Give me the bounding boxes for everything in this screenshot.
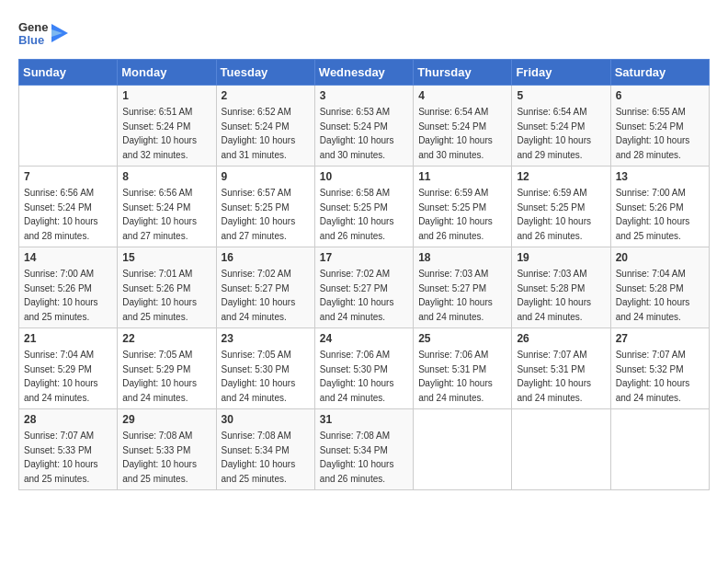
- day-number: 7: [24, 170, 112, 183]
- day-number: 31: [320, 413, 408, 426]
- week-row-2: 14Sunrise: 7:00 AMSunset: 5:26 PMDayligh…: [19, 247, 710, 328]
- day-info: Sunrise: 6:52 AMSunset: 5:24 PMDaylight:…: [222, 105, 310, 162]
- header-day-sunday: Sunday: [19, 60, 118, 86]
- header-day-thursday: Thursday: [414, 60, 512, 86]
- day-number: 2: [222, 89, 310, 102]
- day-info: Sunrise: 7:02 AMSunset: 5:27 PMDaylight:…: [222, 267, 310, 324]
- calendar-cell: [414, 409, 512, 490]
- header-day-tuesday: Tuesday: [216, 60, 314, 86]
- week-row-4: 28Sunrise: 7:07 AMSunset: 5:33 PMDayligh…: [19, 409, 710, 490]
- day-info: Sunrise: 6:59 AMSunset: 5:25 PMDaylight:…: [418, 186, 506, 243]
- header-row: SundayMondayTuesdayWednesdayThursdayFrid…: [19, 60, 710, 86]
- day-number: 1: [122, 89, 210, 102]
- day-info: Sunrise: 7:04 AMSunset: 5:29 PMDaylight:…: [24, 348, 112, 405]
- page: General Blue SundayMondayTuesdayWednesda…: [0, 0, 728, 563]
- calendar-cell: 26Sunrise: 7:07 AMSunset: 5:31 PMDayligh…: [512, 328, 610, 409]
- day-info: Sunrise: 7:03 AMSunset: 5:27 PMDaylight:…: [418, 267, 506, 324]
- day-number: 12: [517, 170, 605, 183]
- calendar-cell: 25Sunrise: 7:06 AMSunset: 5:31 PMDayligh…: [414, 328, 512, 409]
- day-number: 29: [122, 413, 210, 426]
- day-number: 16: [222, 251, 310, 264]
- day-info: Sunrise: 6:57 AMSunset: 5:25 PMDaylight:…: [222, 186, 310, 243]
- day-number: 24: [320, 332, 408, 345]
- calendar-cell: 7Sunrise: 6:56 AMSunset: 5:24 PMDaylight…: [19, 167, 118, 247]
- day-number: 23: [222, 332, 310, 345]
- day-number: 19: [517, 251, 605, 264]
- header-day-monday: Monday: [118, 60, 216, 86]
- day-number: 21: [24, 332, 112, 345]
- calendar-cell: 2Sunrise: 6:52 AMSunset: 5:24 PMDaylight…: [216, 86, 314, 167]
- logo-svg: General Blue: [18, 17, 48, 50]
- day-info: Sunrise: 7:07 AMSunset: 5:33 PMDaylight:…: [24, 429, 112, 486]
- calendar-header: SundayMondayTuesdayWednesdayThursdayFrid…: [19, 60, 710, 86]
- day-number: 10: [320, 170, 408, 183]
- logo: General Blue: [18, 17, 68, 50]
- calendar-cell: 18Sunrise: 7:03 AMSunset: 5:27 PMDayligh…: [414, 247, 512, 328]
- calendar-cell: [19, 86, 118, 167]
- day-info: Sunrise: 7:07 AMSunset: 5:32 PMDaylight:…: [616, 348, 704, 405]
- day-number: 9: [222, 170, 310, 183]
- week-row-3: 21Sunrise: 7:04 AMSunset: 5:29 PMDayligh…: [19, 328, 710, 409]
- calendar-cell: 20Sunrise: 7:04 AMSunset: 5:28 PMDayligh…: [610, 247, 709, 328]
- day-number: 18: [418, 251, 506, 264]
- day-info: Sunrise: 6:53 AMSunset: 5:24 PMDaylight:…: [320, 105, 408, 162]
- calendar-cell: 31Sunrise: 7:08 AMSunset: 5:34 PMDayligh…: [314, 409, 413, 490]
- day-number: 15: [122, 251, 210, 264]
- day-info: Sunrise: 7:08 AMSunset: 5:34 PMDaylight:…: [222, 429, 310, 486]
- calendar-cell: 3Sunrise: 6:53 AMSunset: 5:24 PMDaylight…: [314, 86, 413, 167]
- calendar-cell: [610, 409, 709, 490]
- calendar-cell: 28Sunrise: 7:07 AMSunset: 5:33 PMDayligh…: [19, 409, 118, 490]
- week-row-0: 1Sunrise: 6:51 AMSunset: 5:24 PMDaylight…: [19, 86, 710, 167]
- day-number: 17: [320, 251, 408, 264]
- day-info: Sunrise: 6:51 AMSunset: 5:24 PMDaylight:…: [122, 105, 210, 162]
- day-number: 5: [517, 89, 605, 102]
- day-info: Sunrise: 7:02 AMSunset: 5:27 PMDaylight:…: [320, 267, 408, 324]
- day-number: 27: [616, 332, 704, 345]
- header-day-friday: Friday: [512, 60, 610, 86]
- day-number: 3: [320, 89, 408, 102]
- day-info: Sunrise: 6:56 AMSunset: 5:24 PMDaylight:…: [24, 186, 112, 243]
- calendar-cell: 9Sunrise: 6:57 AMSunset: 5:25 PMDaylight…: [216, 167, 314, 247]
- calendar-cell: 1Sunrise: 6:51 AMSunset: 5:24 PMDaylight…: [118, 86, 216, 167]
- day-info: Sunrise: 6:59 AMSunset: 5:25 PMDaylight:…: [517, 186, 605, 243]
- day-number: 11: [418, 170, 506, 183]
- day-number: 8: [122, 170, 210, 183]
- calendar-cell: 15Sunrise: 7:01 AMSunset: 5:26 PMDayligh…: [118, 247, 216, 328]
- calendar-cell: 19Sunrise: 7:03 AMSunset: 5:28 PMDayligh…: [512, 247, 610, 328]
- calendar-cell: 5Sunrise: 6:54 AMSunset: 5:24 PMDaylight…: [512, 86, 610, 167]
- day-info: Sunrise: 7:08 AMSunset: 5:33 PMDaylight:…: [122, 429, 210, 486]
- calendar: SundayMondayTuesdayWednesdayThursdayFrid…: [18, 59, 710, 490]
- day-number: 4: [418, 89, 506, 102]
- header-day-saturday: Saturday: [610, 60, 709, 86]
- day-info: Sunrise: 7:01 AMSunset: 5:26 PMDaylight:…: [122, 267, 210, 324]
- week-row-1: 7Sunrise: 6:56 AMSunset: 5:24 PMDaylight…: [19, 167, 710, 247]
- day-info: Sunrise: 7:00 AMSunset: 5:26 PMDaylight:…: [24, 267, 112, 324]
- calendar-cell: 21Sunrise: 7:04 AMSunset: 5:29 PMDayligh…: [19, 328, 118, 409]
- day-number: 20: [616, 251, 704, 264]
- day-info: Sunrise: 7:03 AMSunset: 5:28 PMDaylight:…: [517, 267, 605, 324]
- calendar-cell: 29Sunrise: 7:08 AMSunset: 5:33 PMDayligh…: [118, 409, 216, 490]
- header-day-wednesday: Wednesday: [314, 60, 413, 86]
- calendar-cell: 27Sunrise: 7:07 AMSunset: 5:32 PMDayligh…: [610, 328, 709, 409]
- day-info: Sunrise: 6:58 AMSunset: 5:25 PMDaylight:…: [320, 186, 408, 243]
- calendar-cell: 4Sunrise: 6:54 AMSunset: 5:24 PMDaylight…: [414, 86, 512, 167]
- calendar-cell: 16Sunrise: 7:02 AMSunset: 5:27 PMDayligh…: [216, 247, 314, 328]
- svg-text:Blue: Blue: [18, 33, 44, 47]
- day-number: 6: [616, 89, 704, 102]
- calendar-cell: 22Sunrise: 7:05 AMSunset: 5:29 PMDayligh…: [118, 328, 216, 409]
- calendar-cell: 6Sunrise: 6:55 AMSunset: 5:24 PMDaylight…: [610, 86, 709, 167]
- calendar-cell: 23Sunrise: 7:05 AMSunset: 5:30 PMDayligh…: [216, 328, 314, 409]
- svg-text:General: General: [18, 20, 48, 34]
- calendar-cell: 12Sunrise: 6:59 AMSunset: 5:25 PMDayligh…: [512, 167, 610, 247]
- day-info: Sunrise: 6:54 AMSunset: 5:24 PMDaylight:…: [418, 105, 506, 162]
- header: General Blue: [18, 17, 710, 50]
- calendar-cell: 14Sunrise: 7:00 AMSunset: 5:26 PMDayligh…: [19, 247, 118, 328]
- calendar-cell: 24Sunrise: 7:06 AMSunset: 5:30 PMDayligh…: [314, 328, 413, 409]
- day-info: Sunrise: 7:00 AMSunset: 5:26 PMDaylight:…: [616, 186, 704, 243]
- day-number: 14: [24, 251, 112, 264]
- calendar-cell: [512, 409, 610, 490]
- day-info: Sunrise: 6:54 AMSunset: 5:24 PMDaylight:…: [517, 105, 605, 162]
- calendar-cell: 17Sunrise: 7:02 AMSunset: 5:27 PMDayligh…: [314, 247, 413, 328]
- day-number: 25: [418, 332, 506, 345]
- day-info: Sunrise: 7:05 AMSunset: 5:30 PMDaylight:…: [222, 348, 310, 405]
